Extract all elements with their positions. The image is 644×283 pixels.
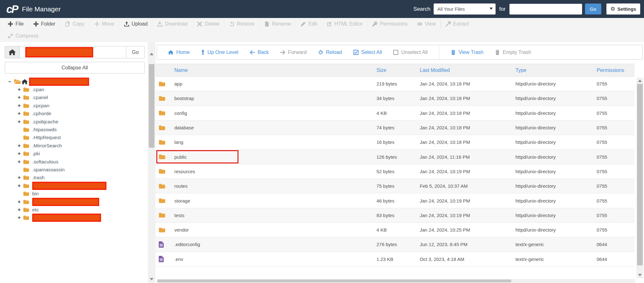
file-type: httpd/unix-directory bbox=[515, 81, 597, 86]
expand-icon[interactable]: + bbox=[18, 87, 23, 92]
compress-button[interactable]: Compress bbox=[3, 32, 43, 40]
column-type[interactable]: Type bbox=[515, 68, 597, 73]
path-input[interactable] bbox=[20, 46, 126, 58]
file-type: httpd/unix-directory bbox=[515, 139, 597, 145]
sidebar-scrollbar[interactable] bbox=[148, 42, 155, 283]
table-row[interactable]: resources 52 bytes Jan 24, 2024, 10:19 P… bbox=[155, 164, 635, 179]
download-button[interactable]: Download bbox=[152, 20, 192, 28]
tree-item[interactable]: +.cpcpan bbox=[0, 102, 148, 109]
tree-item[interactable]: +.cpan bbox=[0, 85, 148, 93]
tree-item[interactable]: +.cpanel bbox=[0, 94, 148, 102]
html-editor-button[interactable]: HTML Editor bbox=[322, 20, 367, 28]
table-scrollbar[interactable] bbox=[636, 78, 643, 278]
home-icon bbox=[9, 49, 16, 55]
table-row[interactable]: .editorconfig 276 bytes Jun 12, 2023, 8:… bbox=[155, 237, 635, 252]
tree-item[interactable]: +.pki bbox=[0, 150, 148, 158]
edit-button[interactable]: Edit bbox=[296, 20, 322, 28]
table-row[interactable]: app 219 bytes Jan 24, 2024, 10:18 PM htt… bbox=[155, 77, 635, 91]
expand-icon[interactable]: + bbox=[18, 119, 23, 125]
expand-icon[interactable]: + bbox=[18, 111, 23, 116]
search-go-button[interactable]: Go bbox=[585, 3, 601, 15]
table-row[interactable]: config 4 KB Jan 24, 2024, 10:18 PM httpd… bbox=[155, 106, 635, 121]
table-row[interactable]: bootstrap 34 bytes Jan 24, 2024, 10:18 P… bbox=[155, 91, 635, 106]
search-scope-select[interactable]: All Your Files bbox=[434, 3, 496, 15]
table-row[interactable]: .env 1.23 KB Oct 3, 2023, 4:18 AM text/x… bbox=[155, 252, 635, 267]
upload-button[interactable]: Upload bbox=[119, 20, 153, 28]
tree-item[interactable]: +.cpobjcache bbox=[0, 118, 148, 126]
tree-item[interactable]: +.trash bbox=[0, 174, 148, 182]
settings-label: Settings bbox=[617, 6, 636, 12]
expand-icon[interactable]: + bbox=[18, 207, 23, 213]
extract-button[interactable]: Extract bbox=[441, 20, 474, 28]
expand-icon[interactable]: + bbox=[18, 151, 23, 156]
column-size[interactable]: Size bbox=[376, 68, 420, 73]
column-modified[interactable]: Last Modified bbox=[420, 68, 515, 73]
expand-icon[interactable]: + bbox=[18, 215, 23, 221]
reload-button[interactable]: Reload bbox=[318, 50, 342, 55]
view-button[interactable]: View bbox=[412, 20, 440, 28]
scrollbar-thumb[interactable] bbox=[157, 280, 511, 282]
tree-item[interactable]: +etc bbox=[0, 206, 148, 214]
tree-item[interactable]: .HttpRequest bbox=[0, 134, 148, 142]
table-row[interactable]: vendor 4 KB Jan 24, 2024, 10:25 PM httpd… bbox=[155, 223, 635, 237]
forward-button[interactable]: Forward bbox=[280, 50, 307, 55]
horizontal-scrollbar[interactable] bbox=[157, 279, 635, 283]
tree-item[interactable]: .spamassassin bbox=[0, 166, 148, 174]
table-row[interactable]: storage 46 bytes Jan 24, 2024, 10:19 PM … bbox=[155, 193, 635, 208]
select-all-button[interactable]: Select All bbox=[353, 50, 382, 55]
path-go-button[interactable]: Go bbox=[126, 46, 145, 58]
expand-icon[interactable]: + bbox=[18, 183, 23, 189]
scroll-down-arrow[interactable] bbox=[638, 274, 642, 276]
table-row[interactable]: database 74 bytes Jan 24, 2024, 10:18 PM… bbox=[155, 121, 635, 135]
table-row-public[interactable]: public 126 bytes Jan 24, 2024, 11:16 PM … bbox=[155, 150, 635, 164]
scrollbar-thumb[interactable] bbox=[637, 84, 643, 265]
permissions-button[interactable]: Permissions bbox=[367, 20, 412, 28]
expand-icon[interactable]: + bbox=[18, 103, 23, 109]
tree-item[interactable]: bin bbox=[0, 190, 148, 198]
unselect-all-button[interactable]: Unselect All bbox=[393, 50, 428, 55]
expand-icon[interactable]: + bbox=[18, 143, 23, 149]
tree-item-root[interactable]: − bbox=[0, 78, 148, 85]
tree-item[interactable]: +.softaculous bbox=[0, 158, 148, 166]
copy-button[interactable]: Copy bbox=[60, 20, 89, 28]
column-permissions[interactable]: Permissions bbox=[597, 68, 635, 73]
file-permissions: 0755 bbox=[597, 139, 635, 145]
scrollbar-thumb[interactable] bbox=[149, 64, 154, 148]
scroll-up-arrow[interactable] bbox=[150, 53, 153, 55]
file-button[interactable]: File bbox=[3, 20, 28, 28]
scroll-up-arrow[interactable] bbox=[638, 80, 642, 82]
folder-button[interactable]: Folder bbox=[28, 20, 60, 28]
file-size: 4 KB bbox=[376, 227, 420, 233]
settings-button[interactable]: ⚙ Settings bbox=[606, 3, 640, 15]
tree-item[interactable]: + bbox=[0, 214, 148, 222]
home-nav-button[interactable]: Home bbox=[168, 50, 190, 55]
file-permissions: 0755 bbox=[597, 183, 635, 189]
home-path-button[interactable] bbox=[5, 46, 20, 58]
tree-item[interactable]: .htpasswds bbox=[0, 126, 148, 133]
expand-icon[interactable]: + bbox=[18, 199, 23, 205]
tree-item[interactable]: + bbox=[0, 198, 148, 206]
table-row[interactable]: tests 83 bytes Jan 24, 2024, 10:19 PM ht… bbox=[155, 208, 635, 223]
rename-button[interactable]: Rename bbox=[259, 20, 296, 28]
column-name[interactable]: Name bbox=[155, 68, 376, 73]
delete-button[interactable]: Delete bbox=[192, 20, 224, 28]
collapse-all-button[interactable]: Collapse All bbox=[5, 62, 145, 74]
view-trash-button[interactable]: View Trash bbox=[451, 50, 484, 55]
tree-item[interactable]: +.MirrorSearch bbox=[0, 142, 148, 150]
folder-icon bbox=[23, 151, 29, 156]
scroll-down-arrow[interactable] bbox=[150, 278, 153, 280]
collapse-expander[interactable]: − bbox=[8, 79, 14, 85]
empty-trash-button[interactable]: Empty Trash bbox=[495, 50, 531, 55]
expand-icon[interactable]: + bbox=[18, 159, 23, 165]
restore-button[interactable]: Restore bbox=[224, 20, 259, 28]
table-row[interactable]: routes 75 bytes Feb 5, 2024, 10:37 AM ht… bbox=[155, 179, 635, 193]
move-button[interactable]: Move bbox=[89, 20, 119, 28]
up-one-level-button[interactable]: Up One Level bbox=[201, 50, 238, 55]
back-button[interactable]: Back bbox=[250, 50, 269, 55]
table-row[interactable]: lang 16 bytes Jan 24, 2024, 10:18 PM htt… bbox=[155, 135, 635, 150]
expand-icon[interactable]: + bbox=[18, 175, 23, 180]
tree-item[interactable]: +.cphorde bbox=[0, 110, 148, 118]
tree-item[interactable]: + bbox=[0, 182, 148, 190]
search-input[interactable] bbox=[509, 4, 582, 15]
expand-icon[interactable]: + bbox=[18, 95, 23, 100]
